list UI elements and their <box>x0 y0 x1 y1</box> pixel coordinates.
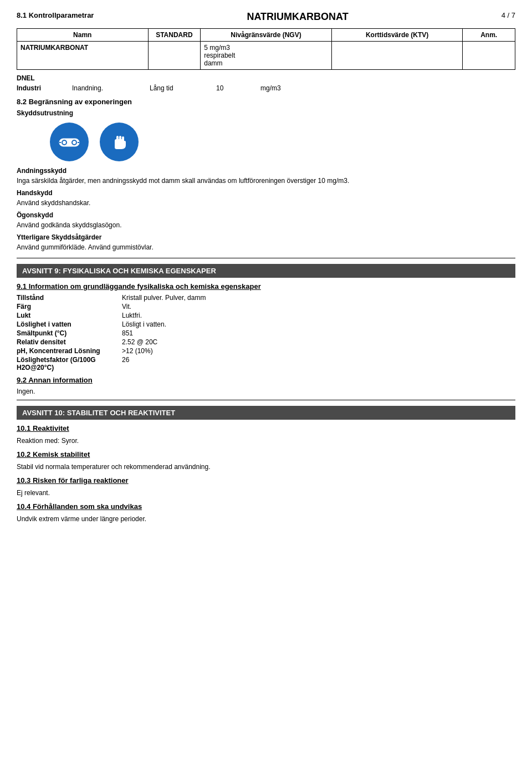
section-82-heading: 8.2 Begränsning av exponeringen <box>17 98 515 106</box>
section-81-heading: 8.1 Kontrollparametrar <box>17 11 94 19</box>
svg-point-6 <box>63 141 66 144</box>
dnel-heading: DNEL <box>17 74 515 82</box>
property-label: Färg <box>17 303 116 310</box>
property-value: 2.52 @ 20C <box>122 338 515 346</box>
dnel-section: DNEL Industri Inandning. Lång tid 10 mg/… <box>17 74 515 92</box>
ytterligare-label: Ytterligare Skyddsåtgärder <box>17 233 515 241</box>
section-104-text: Undvik extrem värme under längre periode… <box>17 514 515 524</box>
section-103-heading: 10.3 Risken för farliga reaktioner <box>17 476 515 485</box>
cell-ktv <box>331 42 463 70</box>
section-91: 9.1 Information om grundläggande fysikal… <box>17 282 515 371</box>
col-header-ngv: Nivågränsvärde (NGV) <box>201 29 332 42</box>
andningsskydd-label: Andningsskydd <box>17 167 515 175</box>
section-91-heading: 9.1 Information om grundläggande fysikal… <box>17 282 515 291</box>
section-92-heading: 9.2 Annan information <box>17 376 515 384</box>
skyddsutrustning-label: Skyddsutrustning <box>17 109 515 117</box>
section-92: 9.2 Annan information Ingen. <box>17 376 515 395</box>
section-103: 10.3 Risken för farliga reaktioner Ej re… <box>17 476 515 498</box>
gloves-icon <box>100 123 139 161</box>
page-number: 4 / 7 <box>502 11 515 19</box>
svg-rect-3 <box>67 141 71 144</box>
property-label: Löslighet i vatten <box>17 320 116 328</box>
property-value: 26 <box>122 356 515 371</box>
property-value: Vit. <box>122 303 515 310</box>
cell-standard <box>148 42 201 70</box>
ogonskydd-text: Använd godkända skyddsglasögon. <box>17 220 515 230</box>
goggles-icon <box>50 123 89 161</box>
property-label: Löslighetsfaktor (G/100G H2O@20°C) <box>17 356 116 371</box>
handskydd-label: Handskydd <box>17 189 515 197</box>
divider-1 <box>17 258 515 258</box>
col-header-anm: Anm. <box>463 29 515 42</box>
section-101: 10.1 Reaktivitet Reaktion med: Syror. <box>17 424 515 446</box>
property-value: >12 (10%) <box>122 347 515 355</box>
ogonskydd-label: Ögonskydd <box>17 211 515 219</box>
section-10-bar: AVSNITT 10: STABILITET OCH REAKTIVITET <box>17 406 515 420</box>
cell-anm <box>463 42 515 70</box>
property-label: Smältpunkt (°C) <box>17 329 116 337</box>
divider-2 <box>17 400 515 400</box>
section-101-heading: 10.1 Reaktivitet <box>17 424 515 432</box>
section-92-text: Ingen. <box>17 388 515 395</box>
cell-namn: NATRIUMKARBONAT <box>17 42 149 70</box>
dnel-col2: Inandning. <box>72 84 139 92</box>
property-label: pH, Koncentrerad Lösning <box>17 347 116 355</box>
svg-point-7 <box>73 141 76 144</box>
handskydd-text: Använd skyddshandskar. <box>17 198 515 208</box>
col-header-ktv: Korttidsvärde (KTV) <box>331 29 463 42</box>
col-header-standard: STANDARD <box>148 29 201 42</box>
dnel-row: Industri Inandning. Lång tid 10 mg/m3 <box>17 84 515 92</box>
section-102-text: Stabil vid normala temperaturer och reko… <box>17 462 515 472</box>
page-title: NATRIUMKARBONAT <box>94 11 501 23</box>
dnel-col1: Industri <box>17 84 61 92</box>
section-104: 10.4 Förhållanden som ska undvikas Undvi… <box>17 502 515 524</box>
section-102-heading: 10.2 Kemisk stabilitet <box>17 450 515 459</box>
properties-grid: TillståndKristall pulver. Pulver, dammFä… <box>17 294 515 371</box>
property-value: Luktfri. <box>122 312 515 319</box>
section-102: 10.2 Kemisk stabilitet Stabil vid normal… <box>17 450 515 472</box>
page-header: 8.1 Kontrollparametrar NATRIUMKARBONAT 4… <box>17 11 515 23</box>
property-value: Lösligt i vatten. <box>122 320 515 328</box>
section-82: 8.2 Begränsning av exponeringen Skyddsut… <box>17 98 515 252</box>
property-label: Lukt <box>17 312 116 319</box>
property-value: 851 <box>122 329 515 337</box>
control-parameters-table: Namn STANDARD Nivågränsvärde (NGV) Kortt… <box>17 28 515 70</box>
dnel-col5: mg/m3 <box>260 84 294 92</box>
section-101-text: Reaktion med: Syror. <box>17 436 515 446</box>
section-103-text: Ej relevant. <box>17 488 515 498</box>
dnel-col4: 10 <box>216 84 249 92</box>
dnel-col3: Lång tid <box>150 84 205 92</box>
section-104-heading: 10.4 Förhållanden som ska undvikas <box>17 502 515 511</box>
table-row: NATRIUMKARBONAT 5 mg/m3 respirabelt damm <box>17 42 515 70</box>
cell-ngv: 5 mg/m3 respirabelt damm <box>201 42 332 70</box>
ytterligare-text: Använd gummiförkläde. Använd gummistövla… <box>17 242 515 252</box>
property-label: Tillstånd <box>17 294 116 302</box>
section-9-bar: AVSNITT 9: FYSIKALISKA OCH KEMISKA EGENS… <box>17 264 515 278</box>
property-value: Kristall pulver. Pulver, damm <box>122 294 515 302</box>
col-header-namn: Namn <box>17 29 149 42</box>
andningsskydd-text: Inga särskilda åtgärder, men andningssky… <box>17 176 515 186</box>
skydds-icons <box>50 123 482 161</box>
property-label: Relativ densitet <box>17 338 116 346</box>
